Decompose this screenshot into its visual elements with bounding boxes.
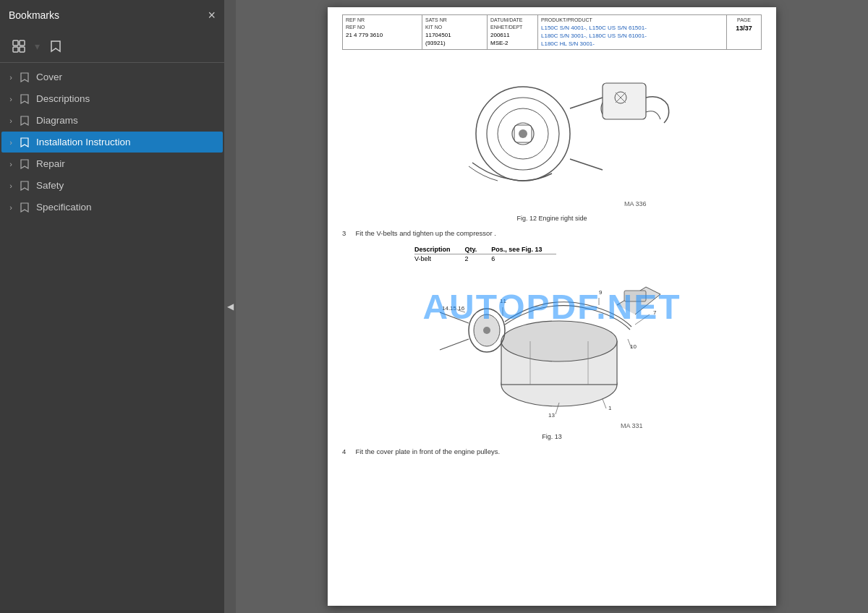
bookmark-icon-specification — [17, 202, 32, 213]
bookmark-icon-installation — [17, 137, 32, 147]
page-viewer[interactable]: AUTOPDF.NET REF NR REF NO 21 4 779 3610 … — [236, 0, 868, 613]
part-desc-1: V-belt — [414, 254, 465, 264]
product-line-1: L150C S/N 4001-, L150C US S/N 61501- — [541, 24, 723, 32]
col-pos: Pos., see Fig. 13 — [491, 245, 556, 254]
svg-text:13: 13 — [548, 412, 555, 419]
collapse-arrow: ◀ — [227, 301, 234, 312]
sidebar: Bookmarks × ▾ › Cover — [0, 0, 224, 613]
main-area: AUTOPDF.NET REF NR REF NO 21 4 779 3610 … — [236, 0, 868, 613]
kit-val2: (93921) — [425, 39, 484, 47]
date-label: DATUM/DATE — [490, 17, 535, 24]
sidebar-item-specification[interactable]: › Specification — [1, 197, 223, 218]
page-content: AUTOPDF.NET REF NR REF NO 21 4 779 3610 … — [328, 7, 776, 606]
expand-arrow-cover: › — [4, 73, 17, 82]
expand-arrow-specification: › — [4, 203, 17, 212]
figure-12-svg: MA 336 — [429, 54, 675, 213]
kit-nr-label: SATS NR — [425, 17, 484, 24]
svg-text:MA 336: MA 336 — [624, 200, 647, 207]
svg-rect-27 — [624, 291, 646, 301]
part-qty-1: 2 — [465, 254, 492, 264]
svg-text:7: 7 — [653, 309, 657, 316]
svg-text:10: 10 — [630, 343, 637, 350]
svg-line-10 — [570, 98, 603, 108]
col-qty: Qty. — [465, 245, 492, 254]
sidebar-item-descriptions[interactable]: › Descriptions — [1, 88, 223, 109]
ref-nr-label: REF NR — [346, 17, 419, 24]
bookmark-icon-repair — [17, 159, 32, 169]
parts-table: Description Qty. Pos., see Fig. 13 V-bel… — [414, 245, 556, 263]
svg-text:1: 1 — [608, 405, 612, 411]
sidebar-item-cover[interactable]: › Cover — [1, 67, 223, 87]
sidebar-item-label-repair: Repair — [36, 158, 65, 169]
instruction-4-number: 4 — [342, 447, 346, 455]
expand-arrow-installation: › — [4, 138, 17, 147]
instruction-3: 3 Fit the V-belts and tighten up the com… — [328, 226, 776, 240]
svg-point-8 — [519, 129, 527, 138]
sidebar-item-label-specification: Specification — [36, 202, 92, 213]
sidebar-toolbar: ▾ — [0, 30, 224, 63]
product-line-2: L180C S/N 3001-, L180C US S/N 61001- — [541, 32, 723, 40]
ref-no-label: REF NO — [346, 24, 419, 31]
instruction-4: 4 Fit the cover plate in front of the en… — [328, 445, 776, 458]
svg-line-40 — [603, 399, 606, 408]
sidebar-item-safety[interactable]: › Safety — [1, 175, 223, 196]
expand-arrow-diagrams: › — [4, 116, 17, 125]
kit-no-label: KIT NO — [425, 24, 484, 31]
dept-label: ENHET/DEPT — [490, 24, 535, 31]
sidebar-item-label-descriptions: Descriptions — [36, 93, 90, 104]
expand-arrow-repair: › — [4, 160, 17, 168]
svg-line-11 — [570, 159, 603, 170]
parts-row-1: V-belt 2 6 — [414, 254, 556, 264]
bookmark-icon-cover — [17, 72, 32, 82]
product-line-3: L180C HL S/N 3001- — [541, 40, 723, 48]
view-toggle-button[interactable] — [7, 35, 30, 58]
product-label: PRODUKT/PRODUCT — [541, 17, 723, 24]
svg-text:MA 331: MA 331 — [621, 422, 643, 429]
sidebar-items: › Cover › Descriptions › Diagrams › — [0, 63, 224, 613]
sidebar-title: Bookmarks — [9, 9, 59, 21]
col-description: Description — [414, 245, 465, 254]
document-header-table: REF NR REF NO 21 4 779 3610 SATS NR KIT … — [342, 14, 762, 50]
figure-13-caption: Fig. 13 — [542, 433, 562, 440]
kit-val: 11704501 — [425, 31, 484, 39]
sidebar-item-installation[interactable]: › Installation Instruction — [1, 132, 223, 153]
sidebar-item-label-safety: Safety — [36, 180, 64, 191]
expand-arrow-descriptions: › — [4, 95, 17, 103]
bookmark-icon-safety — [17, 181, 32, 191]
close-button[interactable]: × — [208, 9, 216, 22]
figure-13-svg: 14.15.16 11 9 7 10 1 13 — [422, 273, 682, 432]
svg-rect-0 — [13, 40, 18, 46]
sidebar-item-label-diagrams: Diagrams — [36, 115, 78, 126]
collapse-handle[interactable]: ◀ — [224, 0, 236, 613]
svg-line-25 — [440, 312, 469, 323]
svg-text:11: 11 — [500, 298, 506, 304]
svg-text:14.15.16: 14.15.16 — [442, 305, 465, 312]
sidebar-item-repair[interactable]: › Repair — [1, 153, 223, 174]
figure-13-container: 14.15.16 11 9 7 10 1 13 — [328, 273, 776, 440]
svg-line-38 — [635, 314, 650, 325]
part-pos-1: 6 — [491, 254, 556, 264]
expand-arrow-safety: › — [4, 181, 17, 190]
svg-point-24 — [483, 327, 490, 334]
svg-line-26 — [440, 339, 469, 350]
sidebar-item-label-installation: Installation Instruction — [36, 137, 131, 147]
svg-text:9: 9 — [599, 289, 603, 296]
ref-val: 21 4 779 3610 — [346, 31, 419, 39]
figure-12-caption: Fig. 12 Engine right side — [516, 215, 587, 222]
instruction-3-number: 3 — [342, 229, 346, 237]
sidebar-item-label-cover: Cover — [36, 72, 62, 82]
dept-val: MSE-2 — [490, 39, 535, 47]
bookmark-view-button[interactable] — [44, 35, 67, 58]
parts-section: Description Qty. Pos., see Fig. 13 V-bel… — [328, 240, 776, 268]
page-val: 13/37 — [730, 24, 758, 33]
svg-rect-3 — [20, 47, 25, 52]
sidebar-item-diagrams[interactable]: › Diagrams — [1, 110, 223, 131]
sidebar-header: Bookmarks × — [0, 0, 224, 30]
svg-rect-2 — [13, 47, 18, 52]
page-label: PAGE — [730, 17, 758, 24]
bookmark-icon-diagrams — [17, 116, 32, 126]
svg-point-21 — [501, 321, 617, 361]
grid-icon — [12, 40, 25, 53]
instruction-3-text: Fit the V-belts and tighten up the compr… — [356, 229, 496, 237]
svg-rect-1 — [20, 40, 25, 46]
